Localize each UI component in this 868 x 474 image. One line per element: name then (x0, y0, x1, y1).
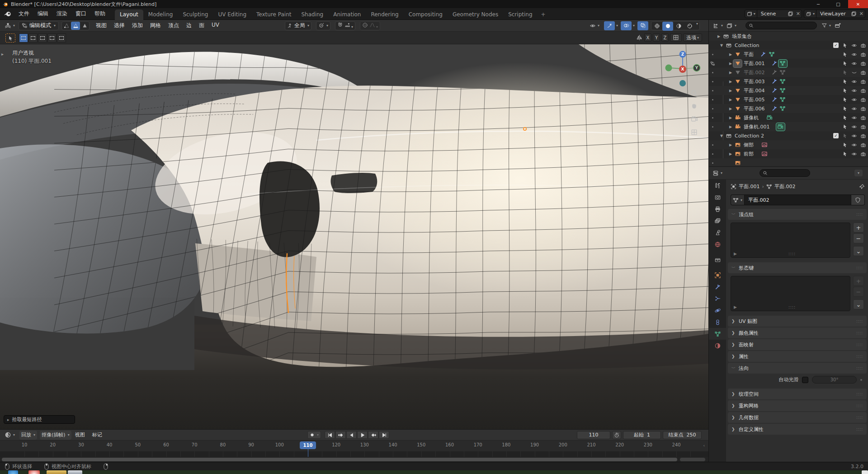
hide-viewport-toggle-icon[interactable] (850, 41, 858, 49)
hide-viewport-toggle-icon[interactable] (850, 68, 858, 76)
hide-viewport-toggle-icon[interactable] (850, 141, 858, 149)
disable-render-toggle-icon[interactable] (859, 95, 867, 104)
proportional-edit-icon[interactable] (362, 22, 368, 29)
--add-button[interactable]: + (853, 276, 864, 286)
editor-type-button[interactable]: ▾ (3, 21, 17, 30)
disable-render-toggle-icon[interactable] (859, 77, 867, 85)
hide-viewport-toggle-icon[interactable] (850, 95, 858, 104)
--specials-dropdown[interactable]: ⌄ (853, 299, 864, 309)
viewport-menu--[interactable]: 选择 (110, 20, 128, 31)
panel-header--[interactable]: ❯几何数据:::: (728, 412, 867, 423)
outliner-item-label[interactable]: 场景集合 (732, 33, 752, 40)
properties-tab-data[interactable] (709, 328, 726, 340)
properties-editor-type-button[interactable]: ▾ (711, 169, 724, 177)
frame-end-field[interactable]: 结束点250 (663, 431, 702, 439)
properties-search-input[interactable] (760, 169, 810, 177)
properties-tab-world[interactable] (709, 238, 726, 250)
expand-arrow[interactable]: ▶ (728, 62, 733, 66)
disable-render-toggle-icon[interactable] (859, 132, 867, 140)
expand-arrow[interactable]: ▶ (728, 152, 733, 156)
tool-options-dropdown[interactable]: 选项▾ (683, 33, 702, 42)
selectable-toggle-icon[interactable] (841, 132, 849, 140)
hide-viewport-toggle-icon[interactable] (850, 77, 858, 85)
select-option-new[interactable] (19, 33, 28, 43)
outliner-item-label[interactable]: 摄像机.001 (744, 123, 770, 130)
add-workspace-button[interactable]: + (538, 9, 549, 20)
viewport-menu-uv[interactable]: UV (208, 20, 223, 31)
viewlayer-browse-icon[interactable]: ▾ (804, 10, 816, 18)
delete-scene-icon[interactable]: ✕ (795, 11, 802, 17)
transform-orientation-dropdown[interactable]: 全局▾ (285, 21, 311, 30)
current-frame-field[interactable]: 110 (577, 431, 610, 439)
expand-arrow[interactable]: ▶ (728, 89, 733, 93)
gizmo-y-neg-axis[interactable] (665, 65, 672, 71)
jump-end-button[interactable] (379, 431, 389, 439)
panel-header--[interactable]: ❯重构网格:::: (728, 400, 867, 411)
snap-toggle-icon[interactable] (337, 22, 343, 29)
expand-arrow[interactable]: ▶ (728, 80, 733, 84)
outliner-row--[interactable]: ▶平面 (709, 50, 868, 59)
hide-viewport-toggle-icon[interactable] (850, 132, 858, 140)
outliner-row--[interactable]: ▶场景集合 (709, 32, 868, 41)
viewport-menu--[interactable]: 添加 (128, 20, 146, 31)
disable-render-toggle-icon[interactable] (859, 41, 867, 49)
pivot-point-dropdown[interactable]: ▾ (316, 21, 330, 30)
collection-checkbox[interactable]: ✓ (832, 41, 840, 49)
auto-keying-toggle[interactable]: ▾ (307, 431, 321, 439)
outliner-row-clipped[interactable] (709, 158, 868, 166)
operator-panel-expand-icon[interactable]: ▸ (7, 417, 9, 422)
scene-name[interactable]: Scene (757, 11, 786, 17)
outliner-row--005[interactable]: ▶平面.005 (709, 95, 868, 104)
outliner-display-mode-button[interactable]: ▾ (725, 22, 738, 30)
expand-arrow[interactable]: ▶ (728, 98, 733, 102)
workspace-tab-rendering[interactable]: Rendering (366, 9, 403, 20)
mode-dropdown[interactable]: 编辑模式▾ (19, 21, 59, 30)
viewport-menu--[interactable]: 顶点 (165, 20, 183, 31)
selectable-toggle-icon[interactable] (841, 68, 849, 76)
--remove-button[interactable]: − (853, 287, 864, 297)
outliner-item-label[interactable]: 平面.001 (744, 60, 765, 67)
shading-wireframe-icon[interactable] (651, 22, 662, 31)
hide-viewport-toggle-icon[interactable] (850, 50, 858, 58)
mesh-data-browse-icon[interactable]: ▾ (731, 194, 744, 205)
selectable-toggle-icon[interactable] (841, 104, 849, 113)
new-viewlayer-icon[interactable] (849, 11, 858, 17)
outliner-item-label[interactable]: 平面.002 (744, 69, 765, 76)
toolbar-expand-arrow[interactable]: ▸ (1, 52, 4, 57)
outliner-filter-button[interactable]: ▾ (820, 22, 833, 29)
outliner-item-label[interactable]: Collection (735, 43, 759, 48)
gizmo-z-neg-axis[interactable] (679, 80, 686, 86)
animate-decorator[interactable] (860, 379, 862, 381)
prev-keyframe-button[interactable] (335, 431, 346, 439)
timeline-menu--[interactable]: 回放▾ (19, 431, 37, 440)
close-button[interactable]: ✕ (848, 0, 868, 8)
properties-tab-output[interactable] (709, 203, 726, 215)
expand-arrow[interactable]: ▶ (728, 52, 733, 57)
playhead-line[interactable] (308, 449, 308, 457)
menu--[interactable]: 文件 (14, 9, 33, 18)
workspace-tab-scripting[interactable]: Scripting (503, 9, 537, 20)
select-option-extend[interactable] (28, 33, 38, 43)
outliner-item-label[interactable]: Collection 2 (735, 133, 764, 139)
next-keyframe-button[interactable] (368, 431, 378, 439)
--list[interactable]: ▶:::: (731, 223, 850, 258)
pan-hand-icon[interactable] (689, 101, 699, 111)
taskbar-app-icon[interactable] (28, 470, 40, 474)
properties-tab-collection[interactable] (709, 254, 726, 265)
properties-tab-scene[interactable] (709, 227, 726, 238)
viewlayer-name[interactable]: ViewLayer (816, 11, 849, 17)
workspace-tab-sculpting[interactable]: Sculpting (178, 9, 213, 20)
selectable-toggle-icon[interactable] (841, 95, 849, 104)
data-name-field[interactable]: 平面.002 (744, 194, 851, 205)
properties-options-dropdown[interactable]: ▾ (854, 170, 863, 176)
outliner-row--003[interactable]: ▶平面.003 (709, 77, 868, 86)
fake-user-shield-icon[interactable] (851, 194, 865, 205)
panel-header--[interactable]: ❯自定义属性:::: (728, 424, 867, 435)
expand-arrow[interactable]: ▶ (728, 143, 733, 147)
outliner-editor-type-button[interactable]: ▾ (711, 22, 725, 30)
panel-header--[interactable]: ❯属性:::: (728, 351, 867, 362)
timeline-menu--[interactable]: 抠像(插帧)▾ (40, 431, 71, 440)
outliner-search-input[interactable] (745, 22, 817, 29)
correct-face-attributes-icon[interactable] (670, 33, 682, 42)
timeline-track-area[interactable] (0, 451, 708, 457)
